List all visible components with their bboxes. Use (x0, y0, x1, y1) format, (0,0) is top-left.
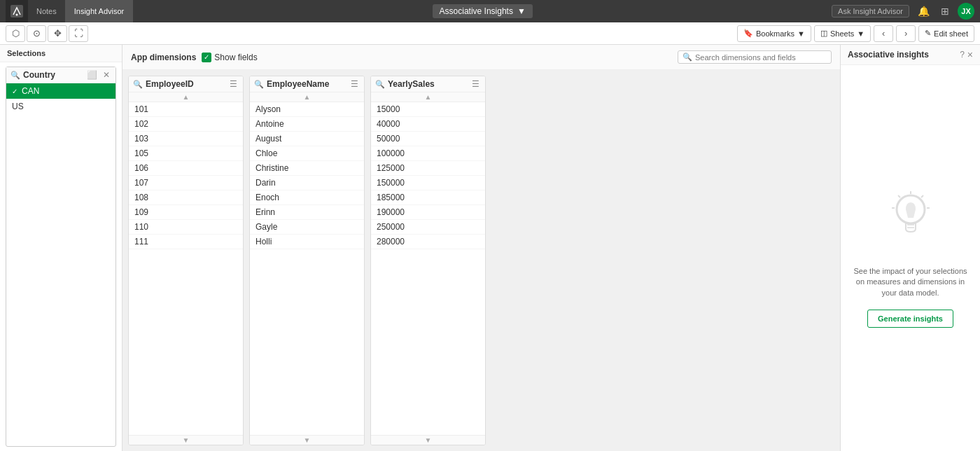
list-item[interactable]: 190000 (371, 205, 485, 220)
list-item[interactable]: 101 (129, 102, 243, 117)
employeeid-menu-btn[interactable]: ☰ (228, 79, 239, 89)
sheets-chevron: ▼ (857, 29, 864, 38)
list-item[interactable]: Darin (250, 176, 364, 190)
list-item[interactable]: Christine (250, 161, 364, 176)
toolbar-right: 🔖 Bookmarks ▼ ◫ Sheets ▼ ‹ › ✎ Edit shee… (737, 25, 974, 42)
employeename-menu-btn[interactable]: ☰ (349, 79, 360, 89)
search-icon: 🔍 (682, 53, 692, 62)
list-item[interactable]: 50000 (371, 132, 485, 146)
filter-search-icon: 🔍 (10, 71, 20, 80)
nav-next-btn[interactable]: › (896, 25, 916, 42)
bookmarks-chevron: ▼ (797, 29, 805, 38)
center-panel: App dimensions ✓ Show fields 🔍 🔍 Employe… (122, 45, 840, 451)
list-item[interactable]: 111 (129, 235, 243, 249)
nav-tab-insight-advisor[interactable]: Insight Advisor (66, 0, 134, 22)
list-item[interactable]: Alyson (250, 102, 364, 117)
avatar-initials: JX (961, 7, 970, 15)
list-item[interactable]: 108 (129, 190, 243, 205)
generate-insights-btn[interactable]: Generate insights (867, 310, 953, 328)
employeename-scroll-up[interactable]: ▲ (250, 92, 364, 102)
chevron-down-icon: ▼ (304, 436, 311, 444)
app-dimensions-label: App dimensions (131, 53, 196, 62)
sheets-btn[interactable]: ◫ Sheets ▼ (814, 25, 871, 42)
list-item[interactable]: 109 (129, 205, 243, 220)
filter-item-can[interactable]: ✓ CAN (6, 83, 115, 99)
grid-icon-btn[interactable]: ⊞ (938, 4, 952, 18)
yearlysales-scroll-down[interactable]: ▼ (371, 435, 485, 445)
list-item[interactable]: 250000 (371, 220, 485, 235)
toolbar: ⬡ ⊙ ✥ ⛶ 🔖 Bookmarks ▼ ◫ Sheets ▼ ‹ › ✎ (0, 22, 980, 45)
svg-point-1 (16, 14, 18, 16)
yearlysales-menu-btn[interactable]: ☰ (470, 79, 481, 89)
ask-insight-advisor-btn[interactable]: Ask Insight Advisor (832, 5, 909, 18)
list-item[interactable]: Chloe (250, 146, 364, 161)
lightbulb-icon (883, 188, 939, 255)
employeeid-scroll-up[interactable]: ▲ (129, 92, 243, 102)
yearlysales-title: YearlySales (388, 79, 468, 89)
bookmarks-btn[interactable]: 🔖 Bookmarks ▼ (737, 25, 811, 42)
edit-icon: ✎ (925, 29, 931, 38)
nav-tab-notes-label: Notes (36, 7, 57, 15)
list-item[interactable]: 103 (129, 132, 243, 146)
filter-item-us-label: US (12, 102, 24, 111)
list-item[interactable]: 15000 (371, 102, 485, 117)
check-icon: ✓ (12, 88, 18, 95)
insights-panel: Associative insights ? × (840, 45, 980, 451)
list-item[interactable]: 107 (129, 176, 243, 190)
list-item[interactable]: 280000 (371, 235, 485, 249)
yearlysales-card: 🔍 YearlySales ☰ ▲ 15000 40000 50000 1000… (370, 76, 486, 445)
show-fields-checkbox-label[interactable]: ✓ Show fields (202, 53, 257, 62)
edit-sheet-label: Edit sheet (934, 29, 968, 38)
employeename-search-icon: 🔍 (254, 80, 264, 89)
show-fields-checkbox[interactable]: ✓ (202, 53, 211, 62)
list-item[interactable]: Enoch (250, 190, 364, 205)
filter-close-btn[interactable]: ✕ (102, 70, 111, 80)
insights-description: See the impact of your selections on mea… (852, 266, 969, 298)
list-item[interactable]: August (250, 132, 364, 146)
employeename-scroll-down[interactable]: ▼ (250, 435, 364, 445)
filter-item-us[interactable]: US (6, 99, 115, 114)
list-item[interactable]: 106 (129, 161, 243, 176)
main-layout: Selections 🔍 Country ⬜ ✕ ✓ CAN US (0, 45, 980, 451)
insights-help-btn[interactable]: ? (960, 50, 965, 60)
edit-sheet-btn[interactable]: ✎ Edit sheet (918, 25, 974, 42)
fullscreen-btn[interactable]: ⛶ (69, 25, 88, 42)
employeeid-card: 🔍 EmployeeID ☰ ▲ 101 102 103 105 106 107… (128, 76, 244, 445)
filter-clear-btn[interactable]: ⬜ (85, 70, 99, 80)
lasso-tool-btn[interactable]: ⊙ (27, 25, 46, 42)
list-item[interactable]: 102 (129, 117, 243, 132)
list-item[interactable]: 185000 (371, 190, 485, 205)
list-item[interactable]: Gayle (250, 220, 364, 235)
nav-bar: Notes Insight Advisor Associative Insigh… (0, 0, 980, 22)
employeeid-scroll-down[interactable]: ▼ (129, 435, 243, 445)
employeeid-title: EmployeeID (146, 79, 225, 89)
yearlysales-scroll-up[interactable]: ▲ (371, 92, 485, 102)
filter-header: 🔍 Country ⬜ ✕ (6, 67, 115, 83)
notification-icon-btn[interactable]: 🔔 (915, 4, 932, 18)
list-item[interactable]: 105 (129, 146, 243, 161)
pan-tool-btn[interactable]: ✥ (48, 25, 67, 42)
nav-center: Associative Insights ▼ (133, 4, 832, 18)
insights-close-btn[interactable]: × (967, 49, 973, 60)
nav-prev-btn[interactable]: ‹ (874, 25, 893, 42)
list-item[interactable]: 150000 (371, 176, 485, 190)
yearlysales-list: 15000 40000 50000 100000 125000 150000 1… (371, 102, 485, 435)
bookmarks-label: Bookmarks (756, 29, 794, 38)
filter-item-can-label: CAN (22, 86, 39, 96)
search-dimensions-field[interactable]: 🔍 (678, 50, 832, 64)
list-item[interactable]: 40000 (371, 117, 485, 132)
list-item[interactable]: Antoine (250, 117, 364, 132)
chevron-up-icon: ▲ (183, 93, 190, 101)
list-item[interactable]: 100000 (371, 146, 485, 161)
nav-title-button[interactable]: Associative Insights ▼ (433, 4, 533, 18)
nav-tab-notes[interactable]: Notes (28, 0, 66, 22)
chevron-right-icon: › (904, 28, 907, 39)
insights-panel-header: Associative insights ? × (841, 45, 980, 65)
list-item[interactable]: Erinn (250, 205, 364, 220)
search-dimensions-input[interactable] (695, 53, 827, 62)
list-item[interactable]: 125000 (371, 161, 485, 176)
select-tool-btn[interactable]: ⬡ (6, 25, 25, 42)
nav-logo (6, 0, 28, 22)
list-item[interactable]: Holli (250, 235, 364, 249)
list-item[interactable]: 110 (129, 220, 243, 235)
